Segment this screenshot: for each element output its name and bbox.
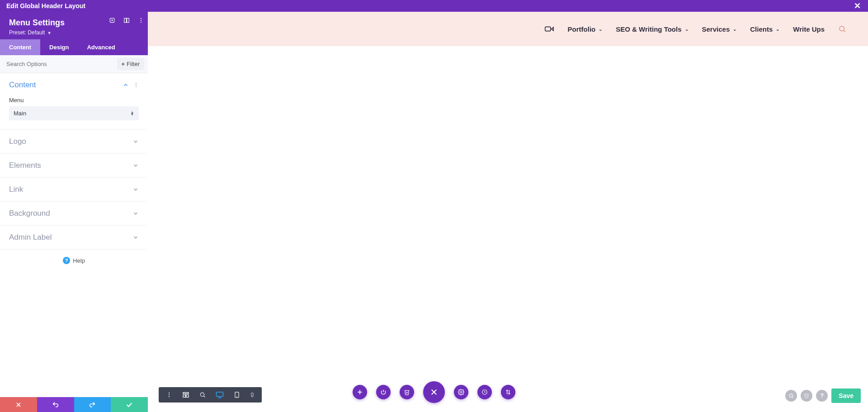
select-arrows-icon: ▲▼ — [130, 111, 134, 116]
undo-button[interactable] — [37, 397, 74, 412]
settings-panel: Menu Settings Preset: Default ▼ Content … — [0, 12, 148, 412]
svg-rect-3 — [127, 18, 129, 22]
add-button[interactable] — [353, 385, 367, 399]
section-content-head[interactable]: Content — [0, 73, 148, 97]
title-bar: Edit Global Header Layout ✕ — [0, 0, 868, 12]
view-toolbar — [159, 387, 262, 403]
wireframe-icon[interactable] — [182, 391, 189, 398]
svg-rect-19 — [183, 393, 189, 394]
chevron-down-icon: ⌄ — [599, 27, 602, 32]
nav-portfolio[interactable]: Portfolio ⌄ — [568, 25, 603, 33]
search-filter-row: + Filter — [0, 55, 148, 73]
panel-header: Menu Settings Preset: Default ▼ — [0, 12, 148, 39]
kebab-menu-icon[interactable] — [166, 392, 172, 398]
menu-field-label: Menu — [9, 97, 139, 104]
chevron-down-icon — [132, 186, 139, 193]
section-link: Link — [0, 178, 148, 202]
redo-button[interactable] — [74, 397, 111, 412]
close-builder-button[interactable] — [423, 381, 445, 403]
columns-icon[interactable] — [123, 17, 130, 24]
svg-rect-20 — [183, 395, 185, 397]
svg-rect-0 — [110, 18, 114, 22]
chevron-down-icon — [132, 234, 139, 241]
chevron-down-icon — [132, 162, 139, 169]
section-logo: Logo — [0, 130, 148, 154]
zoom-icon[interactable] — [199, 392, 206, 398]
tab-content[interactable]: Content — [0, 39, 40, 55]
section-link-head[interactable]: Link — [0, 178, 148, 201]
svg-point-37 — [789, 394, 793, 397]
svg-rect-24 — [217, 392, 223, 397]
section-background-head[interactable]: Background — [0, 202, 148, 225]
phone-view-icon[interactable] — [250, 391, 255, 398]
preview-header: Portfolio ⌄ SEO & Writing Tools ⌄ Servic… — [148, 12, 868, 46]
search-icon[interactable] — [838, 25, 846, 33]
svg-point-22 — [200, 393, 204, 396]
nav-clients[interactable]: Clients ⌄ — [750, 25, 779, 33]
close-icon[interactable]: ✕ — [852, 1, 863, 11]
chevron-down-icon: ⌄ — [733, 27, 736, 32]
cancel-button[interactable] — [0, 397, 37, 412]
chevron-down-icon — [132, 210, 139, 217]
section-admin-label-head[interactable]: Admin Label — [0, 226, 148, 249]
svg-line-23 — [203, 396, 205, 397]
preset-selector[interactable]: Preset: Default ▼ — [9, 29, 139, 36]
desktop-view-icon[interactable] — [216, 391, 224, 399]
svg-line-38 — [792, 397, 793, 398]
history-button[interactable] — [477, 385, 492, 399]
right-utility-actions: ? Save — [785, 388, 861, 403]
video-camera-icon[interactable] — [544, 24, 554, 34]
svg-point-16 — [169, 393, 170, 393]
plus-icon: + — [122, 61, 125, 67]
settings-button[interactable] — [454, 385, 468, 399]
svg-point-17 — [169, 394, 170, 395]
settings-tabs: Content Design Advanced — [0, 39, 148, 55]
svg-rect-29 — [251, 393, 253, 397]
target-icon[interactable] — [109, 17, 115, 24]
filter-button[interactable]: + Filter — [117, 58, 144, 70]
chevron-up-icon — [123, 82, 129, 88]
svg-marker-39 — [804, 393, 809, 396]
tablet-view-icon[interactable] — [234, 391, 240, 398]
delete-button[interactable] — [400, 385, 414, 399]
svg-point-5 — [141, 20, 142, 21]
title-bar-text: Edit Global Header Layout — [6, 2, 85, 9]
tab-design[interactable]: Design — [40, 39, 78, 55]
nav-writeups[interactable]: Write Ups — [793, 25, 825, 33]
svg-rect-12 — [545, 27, 550, 31]
svg-point-14 — [840, 26, 844, 31]
layers-button[interactable] — [801, 390, 812, 402]
search-util-button[interactable] — [785, 390, 797, 402]
svg-marker-13 — [551, 27, 553, 30]
menu-select[interactable]: Main ▲▼ — [9, 106, 139, 120]
section-logo-head[interactable]: Logo — [0, 130, 148, 153]
save-button[interactable]: Save — [831, 388, 861, 403]
chevron-down-icon: ⌄ — [776, 27, 779, 32]
power-button[interactable] — [376, 385, 391, 399]
section-elements: Elements — [0, 154, 148, 178]
svg-point-4 — [141, 18, 142, 19]
svg-point-18 — [169, 396, 170, 397]
confirm-button[interactable] — [111, 397, 148, 412]
section-admin-label: Admin Label — [0, 226, 148, 250]
sections-list: Content Menu Main ▲▼ Logo — [0, 73, 148, 397]
nav-services[interactable]: Services ⌄ — [702, 25, 737, 33]
kebab-menu-icon[interactable] — [133, 82, 139, 88]
section-content: Content Menu Main ▲▼ — [0, 73, 148, 130]
svg-point-1 — [112, 20, 113, 21]
tab-advanced[interactable]: Advanced — [78, 39, 124, 55]
svg-point-35 — [460, 391, 462, 393]
section-elements-head[interactable]: Elements — [0, 154, 148, 177]
chevron-down-icon — [132, 138, 139, 145]
search-input[interactable] — [5, 58, 117, 70]
help-link[interactable]: ? Help — [0, 250, 148, 271]
svg-point-9 — [136, 86, 137, 87]
nav-seo-tools[interactable]: SEO & Writing Tools ⌄ — [616, 25, 688, 33]
kebab-menu-icon[interactable] — [138, 17, 144, 24]
chevron-down-icon: ⌄ — [685, 27, 689, 32]
sort-button[interactable] — [501, 385, 515, 399]
panel-footer — [0, 397, 148, 412]
help-util-button[interactable]: ? — [816, 390, 828, 402]
help-icon: ? — [63, 257, 70, 264]
svg-point-6 — [141, 22, 142, 23]
